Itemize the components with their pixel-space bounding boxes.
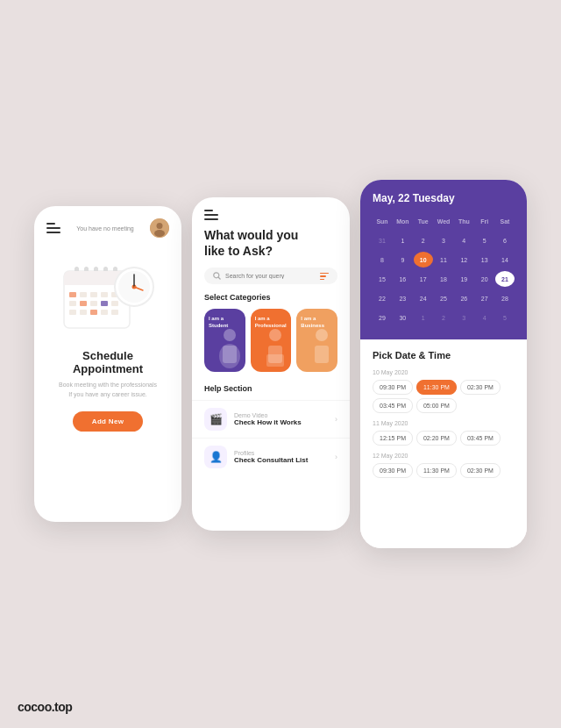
demo-arrow-icon: ›	[335, 415, 337, 424]
cal-5a[interactable]: 5	[475, 232, 494, 248]
cal-9[interactable]: 9	[393, 252, 412, 268]
consultant-arrow-icon: ›	[335, 453, 337, 461]
cal-26[interactable]: 26	[454, 290, 473, 306]
calendar-row-4: 22 23 24 25 26 27 28	[373, 290, 515, 306]
help-section-label: Help Section	[192, 384, 350, 393]
consultant-name: Check Consultant List	[234, 456, 328, 464]
screen1-header: You have no meeting	[34, 206, 181, 245]
cal-31[interactable]: 31	[373, 232, 392, 248]
cal-28[interactable]: 28	[495, 290, 515, 306]
hamburger-icon[interactable]	[46, 223, 60, 233]
cal-11[interactable]: 11	[434, 252, 453, 268]
cal-header-thu: Thu	[454, 213, 473, 229]
svg-point-39	[316, 329, 328, 341]
cal-18[interactable]: 18	[434, 271, 453, 287]
svg-point-1	[156, 223, 162, 229]
cal-header-mon: Mon	[393, 213, 412, 229]
cal-19[interactable]: 19	[454, 271, 473, 287]
cal-4b[interactable]: 4	[475, 310, 494, 325]
svg-rect-40	[315, 346, 329, 363]
consultant-icon: 👤	[204, 446, 227, 468]
slot-230pm-1[interactable]: 02:30 PM	[460, 380, 501, 395]
category-student[interactable]: I am aStudent	[204, 309, 245, 372]
avatar[interactable]	[150, 218, 169, 238]
schedule-illustration	[34, 245, 181, 342]
cal-25[interactable]: 25	[434, 290, 453, 306]
cal-12[interactable]: 12	[454, 252, 473, 268]
cal-5b[interactable]: 5	[495, 310, 515, 325]
cal-6a[interactable]: 6	[495, 232, 515, 248]
svg-rect-21	[69, 310, 76, 315]
query-title: What would you like to Ask?	[204, 227, 337, 259]
cal-23[interactable]: 23	[393, 290, 412, 306]
svg-rect-19	[101, 301, 108, 306]
cal-2a[interactable]: 2	[414, 232, 433, 248]
screen-help: What would you like to Ask? Select Categ…	[192, 197, 350, 531]
search-input[interactable]	[225, 273, 316, 279]
hamburger-icon-2[interactable]	[204, 210, 337, 220]
date-label-1: 10 May 2020	[373, 369, 515, 375]
calendar-row-5: 29 30 1 2 3 4 5	[373, 310, 515, 325]
cal-24[interactable]: 24	[414, 290, 433, 306]
slot-930pm-3[interactable]: 09:30 PM	[373, 463, 413, 478]
cal-21-selected[interactable]: 21	[495, 271, 515, 287]
screen-schedule: You have no meeting	[34, 206, 181, 522]
slot-345pm-2[interactable]: 03:45 PM	[460, 431, 501, 446]
slot-1215pm-2[interactable]: 12:15 PM	[373, 431, 413, 446]
date-label-2: 11 May 2020	[373, 420, 515, 426]
category-business[interactable]: I am aBusiness	[296, 309, 337, 372]
cal-30[interactable]: 30	[393, 310, 412, 325]
cal-8[interactable]: 8	[373, 252, 392, 268]
cal-22[interactable]: 22	[373, 290, 392, 306]
cal-16[interactable]: 16	[393, 271, 412, 287]
business-figure	[306, 328, 337, 372]
calendar-grid: Sun Mon Tue Wed Thu Fri Sat 31 1 2 3 4 5…	[373, 213, 515, 325]
cal-13[interactable]: 13	[475, 252, 494, 268]
cal-1a[interactable]: 1	[393, 232, 412, 248]
cal-17[interactable]: 17	[414, 271, 433, 287]
categories-label: Select Categories	[192, 293, 350, 302]
cal-29[interactable]: 29	[373, 310, 392, 325]
svg-rect-13	[90, 292, 97, 297]
cal-3b[interactable]: 3	[454, 310, 473, 325]
svg-rect-24	[101, 310, 108, 315]
pick-section: Pick Date & Time 10 May 2020 09:30 PM 11…	[360, 339, 527, 548]
svg-point-31	[214, 273, 219, 278]
cal-20[interactable]: 20	[475, 271, 494, 287]
cal-3a[interactable]: 3	[434, 232, 453, 248]
slot-345pm-1[interactable]: 03:45 PM	[373, 398, 413, 413]
svg-point-36	[269, 329, 281, 341]
help-item-consultant[interactable]: 👤 Profiles Check Consultant List ›	[192, 438, 350, 475]
slot-1130pm-3[interactable]: 11:30 PM	[416, 463, 457, 478]
cal-header-tue: Tue	[414, 213, 433, 229]
demo-type-label: Demo Video	[234, 412, 328, 418]
slot-220pm-2[interactable]: 02:20 PM	[416, 431, 457, 446]
add-new-button[interactable]: Add New	[73, 411, 143, 432]
slot-930pm-1[interactable]: 09:30 PM	[373, 380, 413, 395]
time-slots-3: 09:30 PM 11:30 PM 02:30 PM	[373, 463, 515, 478]
svg-rect-38	[266, 354, 284, 367]
demo-video-icon: 🎬	[204, 408, 227, 431]
cal-4a[interactable]: 4	[454, 232, 473, 248]
cal-10-today[interactable]: 10	[414, 252, 433, 268]
cal-14[interactable]: 14	[495, 252, 515, 268]
slot-1130pm-1-selected[interactable]: 11:30 PM	[416, 380, 457, 395]
filter-icon[interactable]	[320, 273, 329, 281]
date-label-3: 12 May 2020	[373, 453, 515, 459]
branding-logo: cocoo.top	[18, 700, 72, 714]
svg-rect-20	[111, 301, 118, 306]
cal-2b[interactable]: 2	[434, 310, 453, 325]
svg-rect-18	[90, 301, 97, 306]
search-bar[interactable]	[204, 268, 337, 284]
cal-15[interactable]: 15	[373, 271, 392, 287]
cal-27[interactable]: 27	[475, 290, 494, 306]
category-professional[interactable]: I am aProfessional	[251, 309, 292, 372]
svg-rect-17	[80, 301, 87, 306]
search-icon	[213, 272, 221, 280]
help-item-demo[interactable]: 🎬 Demo Video Check How it Works ›	[192, 400, 350, 438]
slot-230pm-3[interactable]: 02:30 PM	[460, 463, 501, 478]
cal-1b[interactable]: 1	[414, 310, 433, 325]
svg-rect-14	[101, 292, 108, 297]
slot-500pm-1[interactable]: 05:00 PM	[416, 398, 457, 413]
student-label: I am aStudent	[209, 316, 228, 330]
